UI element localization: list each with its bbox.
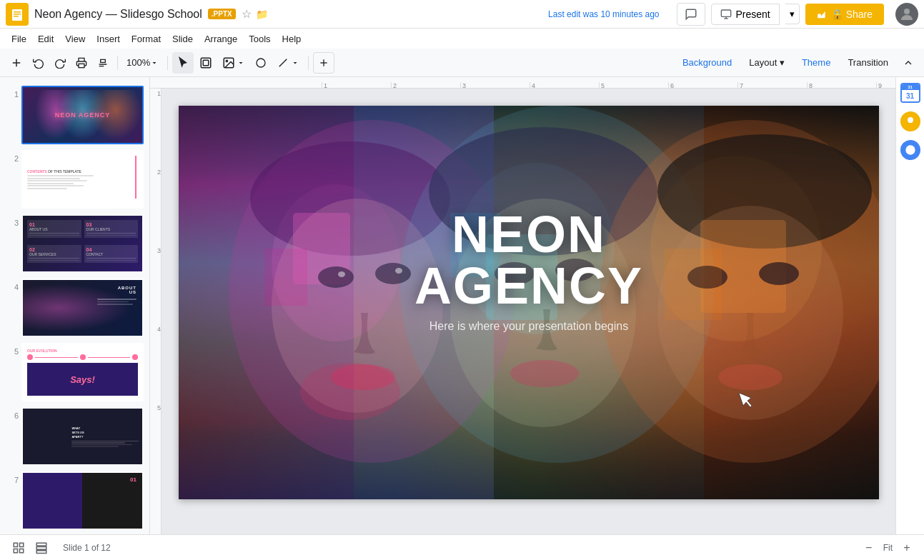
comment-button[interactable] <box>677 3 705 26</box>
svg-line-18 <box>279 59 287 66</box>
slide-item-2[interactable]: 2 CONTENTS OF THIS TEMPLATE <box>0 147 149 211</box>
slide-canvas[interactable]: NEON AGENCY Here is where your presentat… <box>179 106 879 499</box>
svg-rect-5 <box>721 10 730 16</box>
menu-format[interactable]: Format <box>126 31 167 47</box>
svg-rect-3 <box>14 14 21 15</box>
svg-rect-14 <box>204 60 209 66</box>
zoom-level: Fit <box>883 543 893 553</box>
slide-thumb-4[interactable]: ABOUT US <box>21 279 144 337</box>
redo-button[interactable] <box>50 52 70 74</box>
svg-rect-1 <box>12 9 22 21</box>
slide-thumb-6[interactable]: WHAT SETS US APART? <box>21 407 144 466</box>
undo-button[interactable] <box>29 52 49 74</box>
svg-point-17 <box>257 59 265 67</box>
svg-point-45 <box>331 364 395 390</box>
svg-rect-2 <box>14 11 21 13</box>
ruler-top: 1 2 3 4 5 6 7 8 9 <box>150 77 895 89</box>
canvas-area: 1 2 3 4 5 6 7 8 9 1 2 3 4 5 <box>150 77 895 534</box>
slide-item-5[interactable]: 5 OUR EVOLUTION Says! <box>0 340 149 404</box>
background-tab[interactable]: Background <box>675 52 739 74</box>
folder-icon[interactable]: 📁 <box>256 9 268 20</box>
add-slide-button[interactable] <box>6 52 27 74</box>
slide-thumb-1[interactable]: NEON AGENCY <box>21 86 144 144</box>
line-tool-button[interactable] <box>272 52 304 74</box>
ruler-left: 1 2 3 4 5 <box>150 89 162 534</box>
shape-tool-button[interactable] <box>251 52 271 74</box>
grid-view-icon[interactable] <box>9 538 29 558</box>
slide-title-main: NEON AGENCY <box>354 209 704 311</box>
transition-tab[interactable]: Transition <box>840 52 895 74</box>
image-tool-button[interactable] <box>218 52 249 74</box>
slide-thumb-inner-4: ABOUT US <box>23 280 142 336</box>
slide-panel: 1 NEON AGENCY 2 CONTENTS OF THIS TEMPLAT… <box>0 77 150 534</box>
zoom-out-button[interactable]: − <box>860 539 878 556</box>
slide-thumb-inner-6: WHAT SETS US APART? <box>23 409 142 464</box>
slide-thumb-inner-1: NEON AGENCY <box>23 87 142 143</box>
toolbar-separator-2 <box>167 56 168 70</box>
theme-tab[interactable]: Theme <box>795 52 838 74</box>
layout-tab[interactable]: Layout ▾ <box>742 52 792 74</box>
menu-help[interactable]: Help <box>277 31 307 47</box>
slide-item-3[interactable]: 3 01 ABOUT US 03 OUR CLIENTS <box>0 211 149 276</box>
menu-file[interactable]: File <box>6 31 32 47</box>
svg-point-47 <box>718 364 783 390</box>
slide-title-subtitle: Here is where your presentation begins <box>354 320 704 333</box>
collapse-toolbar-button[interactable] <box>898 52 918 74</box>
menu-slide[interactable]: Slide <box>167 31 199 47</box>
zoom-button[interactable]: 100% <box>122 52 163 74</box>
canvas-content: 1 2 3 4 5 <box>150 89 895 534</box>
menu-edit[interactable]: Edit <box>32 31 59 47</box>
menu-insert[interactable]: Insert <box>91 31 126 47</box>
present-dropdown-button[interactable]: ▾ <box>785 4 800 24</box>
star-icon[interactable]: ☆ <box>242 7 252 21</box>
slide-item-1[interactable]: 1 NEON AGENCY <box>0 83 149 147</box>
menu-view[interactable]: View <box>59 31 91 47</box>
lightbulb-icon[interactable] <box>900 111 920 131</box>
svg-rect-12 <box>79 64 84 67</box>
calendar-icon[interactable]: 31 31 <box>900 83 920 103</box>
cursor-tool-button[interactable] <box>172 52 194 74</box>
bottom-bar: Slide 1 of 12 − Fit + <box>0 534 924 560</box>
avatar[interactable] <box>895 3 918 26</box>
menu-arrange[interactable]: Arrange <box>199 31 243 47</box>
slide-item-7[interactable]: 7 01 <box>0 469 149 533</box>
right-sidebar: 31 31 <box>895 77 924 534</box>
slide-thumb-inner-3: 01 ABOUT US 03 OUR CLIENTS 02 OUR SERVIC… <box>23 216 142 271</box>
document-title: Neon Agency — Slidesgo School <box>34 8 202 21</box>
slide-1-title: NEON AGENCY <box>55 111 111 119</box>
slide-num-4: 4 <box>6 283 19 291</box>
explore-icon[interactable] <box>900 140 920 160</box>
slide-thumb-inner-5: OUR EVOLUTION Says! <box>23 344 142 400</box>
file-type-badge: .PPTX <box>208 9 236 19</box>
svg-point-16 <box>227 60 228 61</box>
slide-num-1: 1 <box>6 90 19 99</box>
print-button[interactable] <box>71 52 91 74</box>
main-area: 1 NEON AGENCY 2 CONTENTS OF THIS TEMPLAT… <box>0 77 924 534</box>
slide-thumb-7[interactable]: 01 <box>21 471 144 530</box>
slide-num-7: 7 <box>6 476 19 484</box>
slide-item-4[interactable]: 4 ABOUT US <box>0 276 149 340</box>
mouse-cursor <box>739 393 753 413</box>
svg-point-44 <box>759 262 799 285</box>
zoom-controls: − Fit + <box>860 539 915 556</box>
menu-tools[interactable]: Tools <box>243 31 276 47</box>
list-view-icon[interactable] <box>31 538 51 558</box>
view-icons <box>9 538 51 558</box>
svg-rect-13 <box>202 58 212 68</box>
paint-format-button[interactable] <box>93 52 113 74</box>
ruler-numbers: 1 2 3 4 5 6 7 8 9 <box>322 82 895 88</box>
svg-rect-61 <box>36 546 46 549</box>
share-button[interactable]: 🔒 Share <box>805 4 884 25</box>
svg-point-37 <box>318 266 354 288</box>
slide-num-3: 3 <box>6 219 19 227</box>
slide-thumb-3[interactable]: 01 ABOUT US 03 OUR CLIENTS 02 OUR SERVIC… <box>21 214 144 273</box>
add-element-button[interactable] <box>313 52 334 74</box>
last-edit-text[interactable]: Last edit was 10 minutes ago <box>548 9 659 19</box>
slide-thumb-5[interactable]: OUR EVOLUTION Says! <box>21 343 144 401</box>
frame-tool-button[interactable] <box>195 52 217 74</box>
slide-thumb-inner-7: 01 <box>23 473 142 529</box>
present-button[interactable]: Present <box>711 4 780 25</box>
zoom-in-button[interactable]: + <box>898 539 915 556</box>
slide-thumb-2[interactable]: CONTENTS OF THIS TEMPLATE <box>21 150 144 209</box>
slide-item-6[interactable]: 6 WHAT SETS US APART? <box>0 404 149 469</box>
